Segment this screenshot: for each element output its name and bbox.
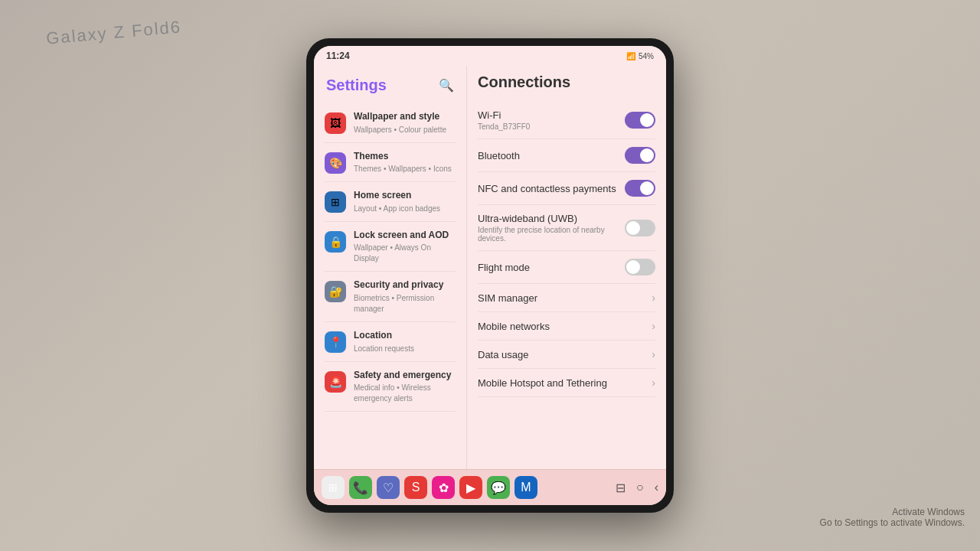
menu-text-safety: Safety and emergency Medical info • Wire…: [354, 370, 456, 405]
dock-app-youtube[interactable]: ▶: [459, 476, 482, 499]
menu-text-themes: Themes Themes • Wallpapers • Icons: [354, 151, 456, 175]
menu-label-location: Location: [354, 330, 456, 342]
menu-sublabel-security: Biometrics • Permission manager: [354, 293, 456, 315]
nav-home[interactable]: ○: [636, 481, 644, 494]
status-bar: 11:24 📶 54%: [314, 46, 666, 66]
dock-app-social2[interactable]: S: [404, 476, 427, 499]
phone-screen: 11:24 📶 54% Settings 🔍 🖼 Wallpaper and s…: [314, 46, 666, 505]
activate-windows-line2: Go to Settings to activate Windows.: [820, 517, 965, 528]
connection-info-nfc: NFC and contactless payments: [478, 183, 625, 194]
menu-sublabel-safety: Medical info • Wireless emergency alerts: [354, 383, 456, 404]
connection-item-bluetooth[interactable]: Bluetooth: [478, 139, 655, 172]
signal-icon: 📶: [626, 52, 635, 60]
toggle-uwb[interactable]: [625, 220, 655, 236]
connection-info-sim: SIM manager: [478, 292, 652, 304]
connection-info-mobile: Mobile networks: [478, 321, 652, 332]
connection-info-flight: Flight mode: [478, 262, 625, 273]
nav-back[interactable]: ‹: [655, 481, 658, 494]
toggle-wifi[interactable]: [625, 112, 655, 129]
menu-icon-location: 📍: [325, 331, 346, 353]
menu-item-themes[interactable]: 🎨 Themes Themes • Wallpapers • Icons: [314, 143, 466, 183]
menu-item-safety[interactable]: 🚨 Safety and emergency Medical info • Wi…: [314, 362, 466, 412]
activate-windows-line1: Activate Windows: [820, 507, 965, 517]
menu-item-home[interactable]: ⊞ Home screen Layout • App icon badges: [314, 182, 466, 222]
chevron-mobile: ›: [652, 320, 655, 332]
connection-info-wifi: Wi-Fi Tenda_B73FF0: [478, 109, 625, 131]
menu-label-themes: Themes: [354, 151, 456, 163]
menu-sublabel-themes: Themes • Wallpapers • Icons: [354, 164, 456, 174]
menu-text-home: Home screen Layout • App icon badges: [354, 190, 456, 214]
menu-text-lock: Lock screen and AOD Wallpaper • Always O…: [354, 230, 456, 265]
activate-windows-watermark: Activate Windows Go to Settings to activ…: [820, 507, 965, 528]
connection-item-flight[interactable]: Flight mode: [478, 251, 655, 284]
connection-label-wifi: Wi-Fi: [478, 109, 625, 121]
settings-panel[interactable]: Settings 🔍 🖼 Wallpaper and style Wallpap…: [314, 66, 467, 469]
status-icons: 📶 54%: [626, 52, 654, 60]
connection-info-data: Data usage: [478, 349, 652, 360]
connections-list: Wi-Fi Tenda_B73FF0 Bluetooth NFC and con…: [478, 102, 655, 397]
phone-frame: 11:24 📶 54% Settings 🔍 🖼 Wallpaper and s…: [306, 38, 674, 513]
connection-sublabel-wifi: Tenda_B73FF0: [478, 122, 625, 131]
menu-icon-safety: 🚨: [325, 371, 346, 393]
menu-text-wallpaper: Wallpaper and style Wallpapers • Colour …: [354, 111, 456, 135]
connection-item-mobile[interactable]: Mobile networks ›: [478, 312, 655, 341]
connection-item-uwb[interactable]: Ultra-wideband (UWB) Identify the precis…: [478, 205, 655, 251]
search-button[interactable]: 🔍: [439, 78, 454, 93]
menu-label-safety: Safety and emergency: [354, 370, 456, 382]
connection-item-hotspot[interactable]: Mobile Hotspot and Tethering ›: [478, 369, 655, 397]
toggle-knob-nfc: [640, 181, 654, 195]
battery-text: 54%: [639, 52, 654, 60]
dock-app-whatsapp[interactable]: 💬: [487, 476, 510, 499]
connection-item-nfc[interactable]: NFC and contactless payments: [478, 172, 655, 205]
menu-item-location[interactable]: 📍 Location Location requests: [314, 322, 466, 362]
connection-sublabel-uwb: Identify the precise location of nearby …: [478, 226, 625, 243]
menu-label-home: Home screen: [354, 190, 456, 202]
toggle-flight[interactable]: [625, 259, 655, 276]
connection-item-sim[interactable]: SIM manager ›: [478, 284, 655, 312]
connection-label-data: Data usage: [478, 349, 652, 360]
dock-nav: ⊟ ○ ‹: [616, 481, 658, 495]
menu-item-lock[interactable]: 🔒 Lock screen and AOD Wallpaper • Always…: [314, 222, 466, 272]
connection-label-nfc: NFC and contactless payments: [478, 183, 625, 194]
settings-title: Settings: [326, 77, 387, 94]
toggle-knob-bluetooth: [640, 148, 654, 162]
toggle-bluetooth[interactable]: [625, 147, 655, 164]
menu-sublabel-lock: Wallpaper • Always On Display: [354, 243, 456, 264]
connection-info-bluetooth: Bluetooth: [478, 150, 625, 161]
dock-app-social3[interactable]: ✿: [432, 476, 455, 499]
toggle-knob-uwb: [626, 221, 640, 235]
menu-label-lock: Lock screen and AOD: [354, 230, 456, 242]
dock-app-phone[interactable]: 📞: [349, 476, 372, 499]
dock-app-social1[interactable]: ♡: [377, 476, 400, 499]
dock-apps: ⊞📞♡S✿▶💬M: [322, 476, 537, 499]
menu-icon-themes: 🎨: [325, 152, 346, 174]
menu-icon-home: ⊞: [325, 191, 346, 213]
menu-icon-lock: 🔒: [325, 231, 346, 253]
connection-label-bluetooth: Bluetooth: [478, 150, 625, 161]
menu-text-location: Location Location requests: [354, 330, 456, 354]
toggle-knob-wifi: [640, 113, 654, 127]
connection-item-data[interactable]: Data usage ›: [478, 341, 655, 369]
chevron-data: ›: [652, 348, 655, 360]
connection-info-uwb: Ultra-wideband (UWB) Identify the precis…: [478, 213, 625, 243]
chevron-sim: ›: [652, 292, 655, 304]
connection-label-uwb: Ultra-wideband (UWB): [478, 213, 625, 224]
connections-panel[interactable]: Connections Wi-Fi Tenda_B73FF0 Bluetooth…: [467, 66, 666, 469]
bottom-dock: ⊞📞♡S✿▶💬M ⊟ ○ ‹: [314, 469, 666, 505]
menu-item-wallpaper[interactable]: 🖼 Wallpaper and style Wallpapers • Colou…: [314, 103, 466, 143]
connection-item-wifi[interactable]: Wi-Fi Tenda_B73FF0: [478, 102, 655, 139]
dock-app-microsoft[interactable]: M: [514, 476, 537, 499]
connection-label-hotspot: Mobile Hotspot and Tethering: [478, 377, 652, 389]
nav-recents[interactable]: ⊟: [616, 481, 626, 495]
connection-label-sim: SIM manager: [478, 292, 652, 304]
dock-app-grid[interactable]: ⊞: [322, 476, 345, 499]
status-time: 11:24: [326, 51, 350, 61]
menu-text-security: Security and privacy Biometrics • Permis…: [354, 279, 456, 315]
menu-item-security[interactable]: 🔐 Security and privacy Biometrics • Perm…: [314, 272, 466, 322]
connection-info-hotspot: Mobile Hotspot and Tethering: [478, 377, 652, 389]
settings-menu: 🖼 Wallpaper and style Wallpapers • Colou…: [314, 103, 466, 412]
connection-label-flight: Flight mode: [478, 262, 625, 273]
toggle-nfc[interactable]: [625, 180, 655, 197]
main-content: Settings 🔍 🖼 Wallpaper and style Wallpap…: [314, 66, 666, 469]
menu-icon-security: 🔐: [325, 281, 346, 302]
